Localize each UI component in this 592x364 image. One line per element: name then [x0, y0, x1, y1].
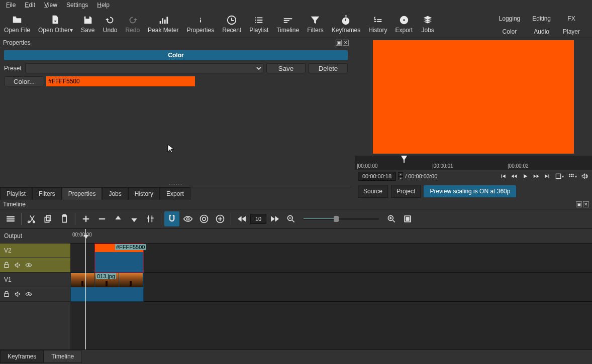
hide-icon[interactable]	[25, 262, 32, 269]
layout-logging[interactable]: Logging	[499, 15, 521, 25]
append-button[interactable]	[78, 211, 93, 226]
zoom-slider[interactable]	[304, 218, 379, 220]
tab-keyframes-bottom[interactable]: Keyframes	[0, 350, 44, 363]
preset-save-button[interactable]: Save	[266, 63, 306, 73]
recent-button[interactable]: Recent	[218, 10, 245, 38]
preview-scaling-notice[interactable]: Preview scaling is ON at 360p	[424, 185, 516, 197]
scrub-audio-button[interactable]	[180, 211, 195, 226]
zoom-in-button[interactable]	[384, 211, 399, 226]
snap-button[interactable]	[164, 211, 179, 226]
menu-edit[interactable]: Edit	[21, 1, 39, 10]
layout-fx[interactable]: FX	[563, 15, 580, 25]
color-picker-button[interactable]: Color...	[4, 76, 44, 86]
v2-track-header[interactable]: V2	[0, 244, 70, 258]
tab-filters[interactable]: Filters	[32, 187, 62, 200]
source-tab[interactable]: Source	[358, 185, 388, 198]
timecode-spinner[interactable]: ▴▾	[398, 172, 403, 180]
play-button[interactable]	[521, 172, 530, 181]
overwrite-button[interactable]	[127, 211, 142, 226]
scrubber-playhead[interactable]	[401, 156, 407, 164]
export-button[interactable]: Export	[391, 10, 417, 38]
v1-track-controls	[0, 287, 70, 302]
timeline-ruler[interactable]: 00:00:00	[70, 229, 592, 244]
remove-button[interactable]	[94, 211, 110, 226]
open-other-button[interactable]: Open Other▾	[34, 10, 77, 38]
layout-color[interactable]: Color	[499, 28, 521, 38]
menu-help[interactable]: Help	[93, 1, 114, 10]
tl-menu-button[interactable]	[3, 211, 18, 226]
undo-button[interactable]: Undo	[99, 10, 122, 38]
skip-next-button[interactable]	[543, 172, 552, 181]
panel-float-icon[interactable]: ▣	[336, 40, 342, 46]
undo-label: Undo	[103, 27, 118, 34]
zoom-menu-button[interactable]: ▾	[554, 172, 565, 181]
scrub-tick-1: |00:00:01	[432, 163, 453, 169]
lift-button[interactable]	[111, 211, 126, 226]
jobs-button[interactable]: Jobs	[417, 10, 439, 38]
v2-track-lane[interactable]: #FFFF5500	[70, 244, 592, 273]
playlist-button[interactable]: Playlist	[245, 10, 272, 38]
track-area[interactable]: 00:00:00 #FFFF5500 013.jpg	[70, 229, 592, 349]
panel-resize-grip[interactable]: ······	[0, 182, 352, 187]
lock-icon[interactable]	[3, 291, 10, 298]
mute-icon[interactable]	[14, 262, 21, 269]
open-file-button[interactable]: Open File	[0, 10, 34, 38]
ripple-button[interactable]	[196, 211, 212, 226]
v1-track-header[interactable]: V1	[0, 273, 70, 287]
tab-playlist[interactable]: Playlist	[0, 187, 32, 200]
skip-prev-button[interactable]	[499, 172, 508, 181]
copy-button[interactable]	[41, 211, 56, 226]
timeline-playhead[interactable]	[85, 229, 86, 349]
properties-button[interactable]: Properties	[182, 10, 218, 38]
volume-button[interactable]	[580, 172, 589, 181]
v1-track-lane[interactable]: 013.jpg	[70, 273, 592, 302]
menu-settings[interactable]: Settings	[62, 1, 92, 10]
zoom-out-button[interactable]	[283, 211, 299, 226]
hide-icon[interactable]	[25, 291, 32, 298]
redo-icon	[127, 15, 138, 26]
tab-export[interactable]: Export	[160, 187, 190, 200]
peak-meter-button[interactable]: Peak Meter	[144, 10, 182, 38]
player-scrubber[interactable]: |00:00:00 |00:00:01 |00:00:02	[355, 156, 592, 170]
menu-file[interactable]: File	[2, 1, 20, 10]
properties-panel: Properties ▣ ✕ Color Preset Save Delete …	[0, 38, 352, 200]
panel-close-icon[interactable]: ✕	[343, 40, 349, 46]
clip-color[interactable]: #FFFF5500	[94, 244, 144, 273]
zoom-rewind-button[interactable]	[234, 211, 249, 226]
timeline-button[interactable]: Timeline	[272, 10, 303, 38]
layout-audio[interactable]: Audio	[532, 28, 551, 38]
layout-player[interactable]: Player	[563, 28, 580, 38]
timeline-close-icon[interactable]: ✕	[583, 201, 589, 207]
current-timecode[interactable]: 00:00:00:18	[358, 172, 396, 181]
rewind-button[interactable]	[510, 172, 519, 181]
save-button[interactable]: Save	[77, 10, 99, 38]
tab-jobs[interactable]: Jobs	[102, 187, 128, 200]
clip-image[interactable]: 013.jpg	[70, 273, 144, 302]
grid-menu-button[interactable]: ▾	[567, 172, 578, 181]
preset-delete-button[interactable]: Delete	[309, 63, 348, 73]
mute-icon[interactable]	[14, 291, 21, 298]
lock-icon[interactable]	[3, 262, 10, 269]
timeline-float-icon[interactable]: ▣	[576, 201, 582, 207]
menu-view[interactable]: View	[40, 1, 61, 10]
zoom-forward-button[interactable]	[267, 211, 282, 226]
layout-editing[interactable]: Editing	[532, 15, 551, 25]
project-tab[interactable]: Project	[391, 185, 421, 198]
color-swatch: #FFFF5500	[46, 76, 195, 86]
filters-button[interactable]: Filters	[303, 10, 328, 38]
paste-button[interactable]	[57, 211, 72, 226]
tab-properties[interactable]: Properties	[62, 187, 103, 200]
zoom-value-input[interactable]	[250, 214, 266, 224]
history-button[interactable]: History	[364, 10, 391, 38]
keyframes-button[interactable]: Keyframes	[328, 10, 364, 38]
ripple-all-button[interactable]	[213, 211, 228, 226]
preset-select[interactable]	[25, 63, 263, 73]
split-button[interactable]	[143, 211, 158, 226]
cut-button[interactable]	[25, 211, 40, 226]
fastfwd-button[interactable]	[532, 172, 541, 181]
output-track-header[interactable]: Output	[0, 229, 70, 244]
redo-button[interactable]: Redo	[121, 10, 144, 38]
tab-timeline-bottom[interactable]: Timeline	[44, 350, 81, 363]
tab-history[interactable]: History	[128, 187, 160, 200]
zoom-fit-button[interactable]	[400, 211, 415, 226]
